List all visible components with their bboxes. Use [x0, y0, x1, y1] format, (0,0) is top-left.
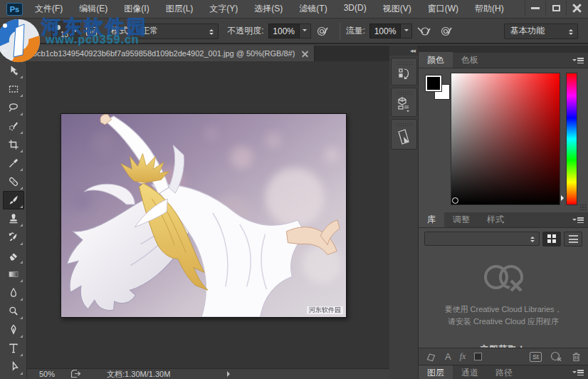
history-panel-button[interactable]	[391, 58, 417, 85]
tab-swatches[interactable]: 色板	[453, 52, 487, 68]
window-controls	[525, 1, 587, 16]
list-view-button[interactable]	[564, 232, 582, 246]
history-brush-tool[interactable]	[3, 228, 24, 246]
canvas-area: 8cb1cb1349540923b6bf7a959858d109b2de4902…	[27, 46, 389, 379]
properties-panel-button[interactable]	[391, 88, 417, 117]
tab-paths[interactable]: 路径	[487, 365, 521, 379]
dodge-tool[interactable]	[3, 302, 24, 321]
chevron-down-icon	[404, 29, 409, 33]
path-selection-tool[interactable]	[3, 358, 24, 376]
menu-window[interactable]: 窗口(W)	[428, 3, 458, 15]
tab-color[interactable]: 颜色	[419, 52, 453, 68]
brush-tool-icon	[8, 194, 19, 206]
panel-resize-grip[interactable]	[579, 204, 587, 211]
workspace-select[interactable]: 基本功能	[504, 24, 578, 39]
blend-mode-select[interactable]: 正常	[135, 24, 219, 39]
airbrush-icon	[416, 26, 431, 37]
tab-adjustments[interactable]: 调整	[444, 212, 478, 227]
menu-view[interactable]: 视图(V)	[383, 3, 411, 15]
add-layer-style-icon[interactable]: fx	[460, 351, 466, 362]
zoom-level-field[interactable]: 50%	[39, 370, 55, 378]
menu-layer[interactable]: 图层(L)	[166, 3, 194, 15]
menu-filter[interactable]: 滤镜(T)	[299, 3, 327, 15]
tab-channels[interactable]: 通道	[453, 365, 487, 379]
add-graphic-icon[interactable]	[426, 352, 436, 362]
export-icon[interactable]	[70, 369, 81, 379]
info-panel-icon	[395, 128, 412, 146]
library-select[interactable]	[424, 232, 540, 246]
info-panel-button[interactable]	[391, 119, 417, 150]
quick-selection-tool[interactable]	[3, 117, 24, 135]
hue-slider[interactable]	[566, 73, 577, 205]
chevron-down-icon	[303, 29, 307, 33]
toolbar-collapse-button[interactable]: ▸▸	[0, 46, 26, 55]
brush-tool[interactable]	[3, 191, 24, 209]
brush-preset-picker[interactable]: 13	[51, 21, 80, 41]
canvas-image[interactable]: 河东软件园	[61, 113, 347, 318]
add-fill-color-icon[interactable]	[474, 353, 482, 360]
menu-edit[interactable]: 编辑(E)	[79, 3, 107, 15]
menu-image[interactable]: 图像(I)	[124, 3, 149, 15]
blur-tool[interactable]	[3, 284, 24, 302]
spot-healing-brush-tool[interactable]	[3, 172, 24, 191]
menu-file[interactable]: 文件(F)	[35, 3, 63, 15]
flow-dropdown-button[interactable]	[401, 24, 412, 38]
pressure-opacity-button[interactable]	[314, 23, 331, 40]
document-size-info: 文档:1.30M/1.30M	[107, 369, 170, 379]
brush-panel-icon	[85, 26, 98, 37]
add-character-style-icon[interactable]: A	[445, 351, 451, 362]
status-menu-arrow-icon[interactable]	[227, 371, 233, 377]
minimize-button[interactable]	[525, 1, 545, 16]
flow-input[interactable]: 100%	[369, 24, 401, 38]
toggle-brush-panel-button[interactable]	[83, 23, 100, 40]
lasso-tool[interactable]	[3, 98, 24, 117]
menu-3d[interactable]: 3D(D)	[344, 3, 367, 15]
airbrush-button[interactable]	[415, 23, 432, 40]
adobe-stock-icon[interactable]: St	[530, 352, 542, 362]
panel-menu-icon[interactable]	[572, 217, 584, 224]
flow-label: 流量:	[346, 25, 365, 37]
photoshop-logo-icon[interactable]: Ps	[6, 3, 23, 16]
type-tool[interactable]	[3, 339, 24, 358]
gradient-tool[interactable]	[3, 265, 24, 284]
pressure-size-button[interactable]	[438, 23, 455, 40]
eraser-tool[interactable]	[3, 246, 24, 265]
opacity-input[interactable]: 100%	[268, 24, 300, 38]
move-tool[interactable]	[3, 61, 24, 80]
toolbar-grip[interactable]	[3, 56, 23, 60]
dock-collapse-button[interactable]: ◂◂	[389, 46, 418, 56]
tab-layers[interactable]: 图层	[419, 365, 453, 379]
blur-tool-icon	[8, 287, 19, 298]
eyedropper-tool[interactable]	[3, 154, 24, 172]
tab-close-icon[interactable]	[302, 51, 308, 57]
tab-libraries[interactable]: 库	[419, 212, 444, 227]
crop-tool[interactable]	[3, 135, 24, 154]
panel-menu-icon[interactable]	[572, 369, 584, 377]
panel-dock: 颜色 色板 库 调整 样式	[419, 46, 588, 379]
rectangular-marquee-tool[interactable]	[3, 80, 24, 98]
foreground-color-swatch[interactable]	[426, 76, 441, 91]
type-tool-icon	[8, 343, 19, 354]
panel-grip	[396, 123, 412, 126]
tab-styles[interactable]: 样式	[478, 212, 513, 227]
color-field-cursor[interactable]	[452, 197, 458, 204]
panel-menu-icon[interactable]	[572, 57, 584, 65]
opacity-dropdown-button[interactable]	[300, 24, 311, 38]
lasso-tool-icon	[8, 102, 19, 113]
cc-message-line2: 请安装 Creative Cloud 应用程序	[419, 316, 588, 328]
brush-tip-icon	[56, 25, 61, 30]
saturation-brightness-field[interactable]	[451, 73, 560, 205]
close-button[interactable]	[566, 1, 587, 16]
trash-icon[interactable]	[572, 352, 581, 362]
hue-slider-cursor[interactable]	[561, 195, 567, 201]
grid-view-button[interactable]	[542, 232, 561, 246]
cc-sync-disabled-icon[interactable]	[550, 351, 563, 362]
document-tab[interactable]: 8cb1cb1349540923b6bf7a959858d109b2de4902…	[27, 46, 315, 61]
menu-select[interactable]: 选择(S)	[254, 3, 283, 15]
maximize-button[interactable]	[545, 1, 566, 16]
menu-type[interactable]: 文字(Y)	[209, 3, 238, 15]
clone-stamp-tool[interactable]	[3, 209, 24, 228]
pen-tool[interactable]	[3, 321, 24, 339]
menu-help[interactable]: 帮助(H)	[475, 3, 504, 15]
close-icon	[572, 4, 582, 13]
